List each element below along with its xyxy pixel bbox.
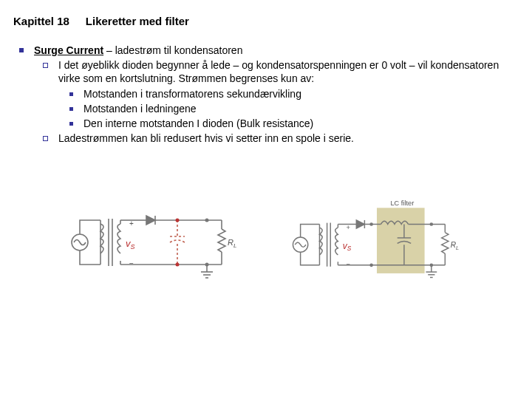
svg-text:−: − xyxy=(129,259,134,267)
bullet-icon xyxy=(69,107,73,111)
heading-line: Surge Current – ladestrøm til kondensato… xyxy=(34,44,242,57)
point-3: Den interne motstanden I dioden (Bulk re… xyxy=(83,117,313,130)
bullet-icon xyxy=(19,48,24,52)
svg-marker-3 xyxy=(146,216,155,225)
sub-point-2: Ladestrømmen kan bli redusert hvis vi se… xyxy=(58,132,354,145)
point-2: Motstanden i ledningene xyxy=(83,102,197,115)
svg-text:+: + xyxy=(346,224,349,231)
svg-text:vS: vS xyxy=(343,241,352,253)
bullet-icon xyxy=(43,63,48,68)
circuit-left: + − vS RL xyxy=(66,198,244,294)
svg-text:RL: RL xyxy=(451,241,459,251)
sub-point-1: I det øyeblikk dioden begynner å lede – … xyxy=(58,58,519,85)
circuit-figures: + − vS RL LC filter xyxy=(66,198,488,294)
svg-point-27 xyxy=(369,222,373,226)
svg-marker-24 xyxy=(356,220,364,228)
svg-text:−: − xyxy=(346,261,349,268)
svg-text:+: + xyxy=(129,219,134,228)
point-1: Motstanden i transformatorens sekundærvi… xyxy=(83,87,301,100)
svg-point-10 xyxy=(205,219,209,222)
svg-point-9 xyxy=(176,263,180,267)
svg-text:RL: RL xyxy=(228,238,236,249)
bullet-icon xyxy=(69,122,73,126)
svg-rect-19 xyxy=(377,208,425,273)
slide-title: Likeretter med filter xyxy=(86,15,189,27)
svg-point-29 xyxy=(430,222,434,226)
svg-point-8 xyxy=(176,219,180,222)
svg-text:vS: vS xyxy=(126,238,135,250)
bullet-icon xyxy=(43,136,48,141)
circuit-right: LC filter xyxy=(288,198,466,294)
svg-text:LC filter: LC filter xyxy=(390,200,414,207)
chapter-label: Kapittel 18 xyxy=(13,15,69,27)
bullet-icon xyxy=(69,92,73,96)
svg-point-28 xyxy=(369,264,373,267)
